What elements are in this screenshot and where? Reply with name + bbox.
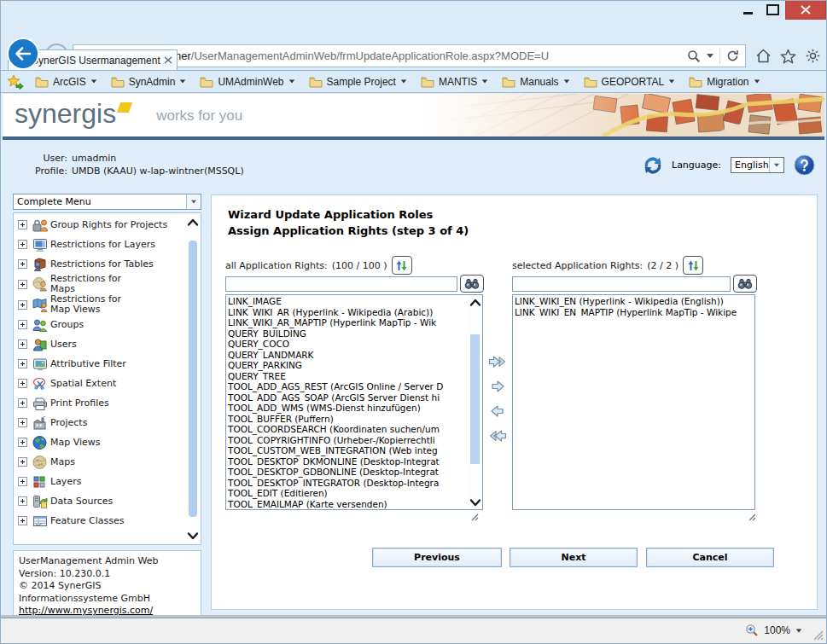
favorites-item[interactable]: ArcGIS	[29, 74, 105, 90]
zoom-control[interactable]: 100%	[745, 624, 802, 637]
expand-plus-icon[interactable]	[18, 240, 27, 249]
favorites-item[interactable]: UMAdminWeb	[194, 74, 302, 90]
select-arrow-icon[interactable]	[186, 194, 201, 209]
help-icon[interactable]	[794, 154, 815, 176]
expand-plus-icon[interactable]	[18, 280, 27, 289]
expand-plus-icon[interactable]	[18, 220, 27, 229]
refresh-page-icon[interactable]	[726, 49, 739, 62]
sort-all-rights-button[interactable]	[392, 256, 412, 275]
sidebar-item[interactable]: Map Views	[18, 432, 201, 452]
maximize-button[interactable]	[760, 1, 785, 19]
list-option[interactable]: TOOL_DESKTOP_GDBONLINE (Desktop-Integrat	[228, 467, 468, 478]
expand-plus-icon[interactable]	[18, 457, 27, 467]
sidebar-menu-select[interactable]: Complete Menu	[13, 194, 201, 210]
sidebar-item[interactable]: Feature Classes	[18, 511, 201, 531]
tree-scrollbar[interactable]	[186, 215, 200, 542]
search-selected-rights-button[interactable]	[733, 275, 757, 293]
expand-plus-icon[interactable]	[18, 379, 27, 388]
next-button[interactable]: Next	[510, 548, 638, 567]
previous-button[interactable]: Previous	[372, 548, 502, 567]
zoom-dropdown-icon[interactable]	[796, 629, 801, 632]
list-option[interactable]: LINK_WIKI_AR (Hyperlink - Wikipedia (Ara…	[228, 307, 468, 318]
favorites-item[interactable]: SynAdmin	[105, 74, 195, 90]
refresh-sync-icon[interactable]	[644, 157, 662, 174]
favorites-item[interactable]: Sample Project	[303, 74, 415, 90]
scrollbar-thumb[interactable]	[470, 334, 480, 464]
expand-plus-icon[interactable]	[18, 496, 27, 506]
scroll-down-icon[interactable]	[469, 497, 481, 508]
add-favorite-icon[interactable]	[7, 74, 24, 90]
expand-plus-icon[interactable]	[18, 359, 27, 368]
all-rights-listbox[interactable]: LINK_IMAGELINK_WIKI_AR (Hyperlink - Wiki…	[225, 294, 483, 510]
scrollbar-thumb[interactable]	[189, 241, 197, 517]
resize-handle-icon[interactable]	[470, 513, 479, 521]
expand-plus-icon[interactable]	[18, 339, 27, 349]
list-option[interactable]: TOOL_ADD_AGS_REST (ArcGIS Online / Serve…	[228, 381, 468, 392]
list-option[interactable]: LINK_WIKI_EN_MAPTIP (Hyperlink MapTip - …	[515, 307, 753, 318]
search-icon[interactable]	[687, 49, 701, 63]
list-option[interactable]: QUERY_COCO	[228, 339, 468, 350]
sort-selected-rights-button[interactable]	[683, 256, 703, 275]
move-all-left-button[interactable]	[487, 428, 508, 444]
listbox-scrollbar[interactable]	[469, 295, 482, 509]
list-option[interactable]: QUERY_PARKING	[228, 360, 468, 371]
sidebar-item[interactable]: Maps	[18, 452, 201, 472]
list-option[interactable]: QUERY_BUILDING	[228, 328, 468, 339]
list-option[interactable]: TOOL_CUSTOM_WEB_INTEGRATION (Web integ	[228, 445, 468, 456]
resize-handle-icon[interactable]	[748, 513, 756, 521]
scroll-up-icon[interactable]	[469, 297, 481, 307]
sidebar-item[interactable]: Restrictions for Maps	[18, 274, 201, 294]
expand-plus-icon[interactable]	[18, 418, 27, 427]
selected-rights-listbox[interactable]: LINK_WIKI_EN (Hyperlink - Wikipedia (Eng…	[512, 294, 755, 510]
list-option[interactable]: LINK_WIKI_AR_MAPTIP (Hyperlink MapTip - …	[228, 317, 468, 328]
list-option[interactable]: TOOL_DESKTOP_INTEGRATOR (Desktop-Integra	[228, 478, 468, 489]
cancel-button[interactable]: Cancel	[646, 548, 774, 567]
tab-close-icon[interactable]	[164, 56, 172, 64]
list-option[interactable]: TOOL_ADD_AGS_SOAP (ArcGIS Server Dienst …	[228, 392, 468, 403]
list-option[interactable]: TOOL_COORDSEARCH (Koordinaten suchen/um	[228, 424, 468, 435]
list-option[interactable]: LINK_IMAGE	[228, 296, 468, 307]
list-option[interactable]: LINK_WIKI_EN (Hyperlink - Wikipedia (Eng…	[515, 296, 753, 307]
move-right-button[interactable]	[489, 379, 506, 394]
expand-plus-icon[interactable]	[18, 516, 27, 525]
list-option[interactable]: TOOL_COPYRIGHTINFO (Urheber-/Kopierrecht…	[228, 435, 468, 446]
list-option[interactable]: TOOL_EMAILMAP (Karte versenden)	[228, 499, 468, 510]
move-left-button[interactable]	[489, 403, 506, 419]
language-select[interactable]: English	[731, 157, 784, 173]
search-all-rights-button[interactable]	[460, 275, 484, 293]
expand-plus-icon[interactable]	[18, 438, 27, 447]
close-button[interactable]	[785, 1, 826, 20]
favorites-item[interactable]: Migration	[683, 74, 767, 90]
sidebar-item[interactable]: Restrictions for Layers	[18, 235, 201, 254]
sidebar-item[interactable]: Data Sources	[18, 491, 201, 511]
favorites-item[interactable]: MANTIS	[415, 74, 496, 90]
favorites-item[interactable]: Manuals	[496, 74, 577, 90]
minimize-button[interactable]	[736, 1, 760, 19]
sidebar-item[interactable]: Group Rights for Projects	[18, 215, 201, 235]
scroll-up-icon[interactable]	[187, 217, 199, 227]
resize-grip-icon[interactable]	[813, 630, 824, 641]
favorites-star-icon[interactable]	[780, 49, 796, 64]
expand-plus-icon[interactable]	[18, 477, 27, 486]
select-arrow-icon[interactable]	[769, 158, 783, 172]
list-option[interactable]: TOOL_EDIT (Editieren)	[228, 488, 468, 499]
sidebar-item[interactable]: Projects	[18, 413, 201, 432]
favorites-item[interactable]: GEOPORTAL	[578, 74, 684, 90]
expand-plus-icon[interactable]	[18, 259, 27, 269]
sidebar-item[interactable]: Spatial Extent	[18, 374, 201, 393]
list-option[interactable]: TOOL_DESKTOP_DKMONLINE (Desktop-Integrat	[228, 456, 468, 467]
sidebar-item[interactable]: Attributive Filter	[18, 354, 201, 374]
sidebar-item[interactable]: Print Profiles	[18, 393, 201, 413]
sidebar-item[interactable]: Groups	[18, 315, 201, 334]
list-option[interactable]: QUERY_LANDMARK	[228, 350, 468, 361]
move-all-right-button[interactable]	[487, 354, 508, 369]
sidebar-item[interactable]: Layers	[18, 472, 201, 491]
expand-plus-icon[interactable]	[18, 398, 27, 408]
selected-rights-filter-input[interactable]	[512, 276, 731, 292]
scroll-down-icon[interactable]	[187, 531, 199, 541]
sidebar-item[interactable]: Restrictions for Map Views	[18, 294, 201, 315]
list-option[interactable]: TOOL_ADD_WMS (WMS-Dienst hinzufügen)	[228, 403, 468, 414]
sidebar-item[interactable]: Users	[18, 334, 201, 354]
list-option[interactable]: TOOL_BUFFER (Puffern)	[228, 414, 468, 425]
expand-plus-icon[interactable]	[18, 300, 27, 310]
